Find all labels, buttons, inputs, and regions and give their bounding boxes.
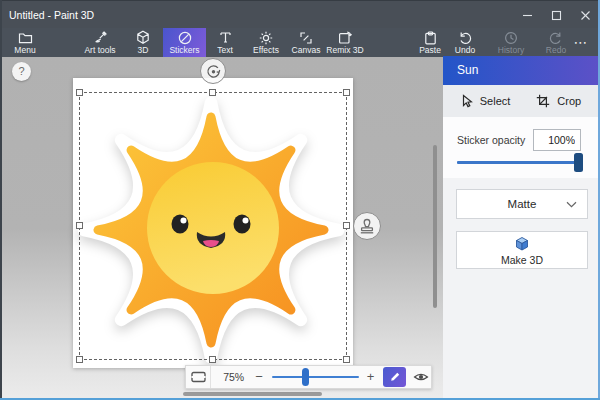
brush-icon [93, 30, 107, 45]
zoom-slider[interactable] [272, 376, 359, 378]
toolbar-item-stickers[interactable]: Stickers [163, 28, 206, 57]
selection-handle-e[interactable] [343, 222, 350, 229]
undo-icon [458, 30, 472, 45]
toolbar-item-undo[interactable]: Undo [443, 28, 487, 57]
zoom-in-button[interactable]: + [367, 372, 375, 382]
more-options-button[interactable]: ⋯ [570, 29, 592, 55]
redo-icon [549, 30, 563, 45]
sticker-icon [178, 30, 192, 45]
canvas-expand-icon [299, 30, 313, 45]
selection-box[interactable] [79, 92, 347, 360]
toolbar: Menu Art tools 3D Stickers Text Eff [0, 28, 600, 57]
zoom-level-value[interactable]: 75% [223, 371, 244, 383]
maximize-icon [551, 10, 562, 21]
sticker-opacity-slider[interactable] [457, 161, 581, 164]
effects-sun-icon [259, 30, 273, 45]
rotate-icon [205, 63, 222, 80]
paste-clipboard-icon [424, 30, 437, 45]
titlebar: Untitled - Paint 3D [0, 0, 600, 28]
window-border-left [0, 0, 2, 400]
minimize-button[interactable] [513, 1, 542, 29]
edit-mode-button[interactable] [383, 367, 405, 387]
make-3d-label: Make 3D [501, 254, 543, 266]
crop-tool-button[interactable]: Crop [536, 94, 581, 108]
make-3d-cube-icon [513, 235, 531, 253]
minimize-icon [522, 10, 533, 21]
toolbar-item-history[interactable]: History [489, 28, 533, 57]
selection-handle-sw[interactable] [76, 356, 83, 363]
maximize-button[interactable] [542, 1, 571, 29]
toolbar-item-text[interactable]: Text [207, 28, 243, 57]
text-icon [219, 30, 232, 45]
toolbar-item-art-tools[interactable]: Art tools [74, 28, 126, 57]
sticker-opacity-slider-thumb[interactable] [574, 153, 583, 172]
select-tool-button[interactable]: Select [460, 94, 511, 108]
canvas-workspace: ? [0, 57, 443, 400]
pencil-icon [389, 371, 401, 383]
eye-icon [413, 371, 429, 383]
rotate-handle[interactable] [200, 58, 226, 84]
sticker-opacity-label: Sticker opacity [457, 134, 525, 146]
zoom-slider-thumb[interactable] [302, 368, 309, 386]
menu-folder-icon [18, 30, 33, 45]
stamp-icon [358, 217, 376, 235]
make-3d-button[interactable]: Make 3D [456, 231, 588, 269]
fit-to-window-icon [191, 371, 206, 383]
sticker-opacity-input[interactable] [533, 129, 581, 151]
panel-tools-row: Select Crop [443, 85, 598, 117]
panel-title: Sun [443, 56, 598, 85]
finish-dropdown[interactable]: Matte [456, 189, 588, 219]
horizontal-scrollbar[interactable] [183, 392, 322, 396]
help-button[interactable]: ? [12, 62, 31, 81]
fit-to-window-button[interactable] [186, 366, 211, 388]
history-clock-icon [504, 30, 518, 45]
toolbar-item-remix-3d[interactable]: Remix 3D [319, 28, 371, 57]
crop-icon [536, 94, 550, 108]
selection-handle-n[interactable] [209, 89, 216, 96]
toolbar-item-menu[interactable]: Menu [6, 28, 44, 57]
selection-handle-s[interactable] [209, 356, 216, 363]
3d-shapes-icon [136, 30, 150, 45]
selection-handle-se[interactable] [343, 356, 350, 363]
finish-selected-value: Matte [508, 198, 537, 210]
close-button[interactable] [571, 1, 600, 29]
selection-handle-w[interactable] [76, 222, 83, 229]
select-cursor-icon [460, 94, 473, 108]
close-icon [580, 10, 591, 21]
vertical-scrollbar[interactable] [433, 145, 437, 308]
zoom-bar: 75% − + [185, 365, 432, 389]
toolbar-item-3d[interactable]: 3D [126, 28, 160, 57]
remix-3d-icon [338, 30, 352, 45]
selection-handle-nw[interactable] [76, 89, 83, 96]
selection-handle-ne[interactable] [343, 89, 350, 96]
paint3d-window: Untitled - Paint 3D Menu Art tools 3D [0, 0, 600, 400]
sticker-side-panel: Sun Select Crop Sticker opacity [443, 56, 598, 400]
zoom-out-button[interactable]: − [255, 372, 263, 382]
window-title: Untitled - Paint 3D [9, 1, 94, 29]
view-mode-button[interactable] [412, 367, 431, 387]
sticker-opacity-section: Sticker opacity [443, 117, 598, 178]
chevron-down-icon [566, 198, 577, 210]
stamp-handle[interactable] [353, 212, 381, 240]
toolbar-item-effects[interactable]: Effects [244, 28, 288, 57]
